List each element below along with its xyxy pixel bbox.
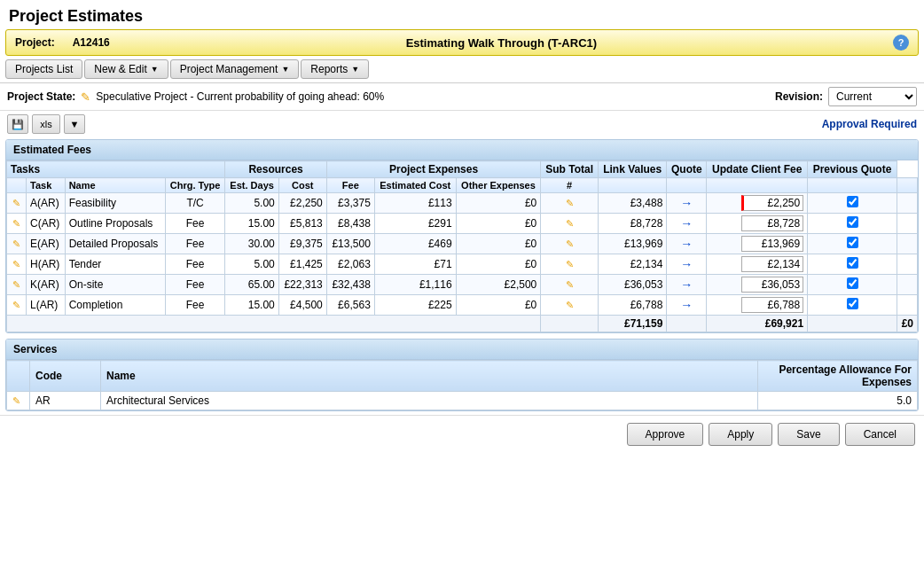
reports-button[interactable]: Reports	[301, 59, 369, 79]
svc-pct-col: Percentage Allowance For Expenses	[758, 361, 918, 392]
total-update	[808, 316, 897, 332]
link-arrow-btn[interactable]: →	[680, 196, 693, 210]
row-task: L(AR)	[27, 295, 66, 316]
row-edit-icon[interactable]: ✎	[7, 295, 27, 316]
link-values-col	[667, 178, 707, 193]
quote-input[interactable]	[741, 236, 803, 252]
row-est-days: 15.00	[225, 214, 278, 234]
row-link-values[interactable]: →	[667, 254, 707, 275]
state-label: Project State:	[7, 90, 75, 103]
row-link-values[interactable]: →	[667, 234, 707, 254]
project-management-button[interactable]: Project Management	[170, 59, 300, 79]
row-subtotal: £13,969	[599, 234, 667, 254]
row-edit-icon2[interactable]: ✎	[541, 275, 599, 295]
est-days-col: Est. Days	[225, 178, 278, 193]
revision-select[interactable]: Current	[828, 87, 917, 106]
resources-header: Resources	[225, 161, 326, 178]
update-fee-col	[808, 178, 897, 193]
row-est-days: 15.00	[225, 295, 278, 316]
new-edit-button[interactable]: New & Edit	[84, 59, 168, 79]
row-edit-icon[interactable]: ✎	[7, 275, 27, 295]
approve-button[interactable]: Approve	[627, 423, 704, 446]
save-xls-button[interactable]: 💾	[7, 114, 28, 134]
total-empty	[541, 316, 599, 332]
row-other-exp: £0	[456, 214, 541, 234]
row-edit-icon[interactable]: ✎	[7, 193, 27, 214]
row-edit-icon[interactable]: ✎	[7, 234, 27, 254]
row-name: On-site	[65, 275, 165, 295]
approval-required: Approval Required	[822, 118, 917, 130]
update-fee-checkbox[interactable]	[847, 257, 858, 269]
projects-list-button[interactable]: Projects List	[5, 59, 82, 79]
svc-name: Architectural Services	[101, 392, 758, 410]
row-est-cost: £469	[374, 234, 456, 254]
svc-edit-icon[interactable]: ✎	[7, 392, 30, 410]
row-est-cost: £1,116	[374, 275, 456, 295]
quote-input[interactable]	[741, 215, 803, 231]
link-arrow-btn[interactable]: →	[680, 237, 693, 251]
row-cost: £2,250	[278, 193, 326, 214]
row-edit-icon[interactable]: ✎	[7, 254, 27, 275]
row-quote-cell	[707, 234, 808, 254]
row-update-fee	[808, 275, 897, 295]
row-chrg-type: Fee	[165, 214, 225, 234]
row-cost: £1,425	[278, 254, 326, 275]
row-edit-icon[interactable]: ✎	[7, 214, 27, 234]
row-subtotal: £8,728	[599, 214, 667, 234]
project-name: Estimating Walk Through (T-ARC1)	[128, 36, 875, 50]
quote-input[interactable]	[741, 195, 803, 211]
quote-input[interactable]	[741, 277, 803, 293]
project-bar: Project: A12416 Estimating Walk Through …	[5, 29, 919, 56]
row-edit-icon2[interactable]: ✎	[541, 214, 599, 234]
dropdown-arrow-btn[interactable]: ▼	[64, 114, 85, 134]
row-name: Detailed Proposals	[65, 234, 165, 254]
update-fee-checkbox[interactable]	[847, 196, 858, 207]
project-expenses-header: Project Expenses	[326, 161, 540, 178]
row-link-values[interactable]: →	[667, 295, 707, 316]
quote-input[interactable]	[741, 297, 803, 313]
state-right: Revision: Current	[775, 87, 917, 106]
row-est-cost: £113	[374, 193, 456, 214]
row-est-days: 65.00	[225, 275, 278, 295]
footer-buttons: Approve Apply Save Cancel	[0, 415, 924, 453]
cancel-button[interactable]: Cancel	[845, 423, 915, 446]
services-header: Services	[6, 340, 918, 360]
row-edit-icon2[interactable]: ✎	[541, 193, 599, 214]
row-link-values[interactable]: →	[667, 214, 707, 234]
link-arrow-btn[interactable]: →	[680, 298, 693, 312]
update-fee-checkbox[interactable]	[847, 216, 858, 228]
row-link-values[interactable]: →	[667, 275, 707, 295]
row-task: A(AR)	[27, 193, 66, 214]
link-arrow-btn[interactable]: →	[680, 216, 693, 230]
link-values-col-header: Link Values	[599, 161, 667, 178]
row-edit-icon2[interactable]: ✎	[541, 295, 599, 316]
row-name: Completion	[65, 295, 165, 316]
other-expenses-col: Other Expenses	[456, 178, 541, 193]
row-other-exp: £0	[456, 193, 541, 214]
row-quote-cell	[707, 275, 808, 295]
row-edit-icon2[interactable]: ✎	[541, 254, 599, 275]
help-icon[interactable]: ?	[893, 35, 909, 51]
update-fee-checkbox[interactable]	[847, 298, 858, 309]
link-arrow-btn[interactable]: →	[680, 277, 693, 292]
xls-button[interactable]: xls	[32, 114, 60, 134]
row-quote-cell	[707, 295, 808, 316]
link-arrow-btn[interactable]: →	[680, 257, 693, 271]
state-icon: ✎	[81, 90, 90, 104]
svc-pct: 5.0	[758, 392, 918, 410]
total-link	[667, 316, 707, 332]
fee-col: Fee	[326, 178, 374, 193]
quote-input[interactable]	[741, 256, 803, 272]
row-link-values[interactable]: →	[667, 193, 707, 214]
project-id: A12416	[73, 36, 110, 49]
row-prev-quote	[897, 193, 917, 214]
quote-col	[707, 178, 808, 193]
save-button[interactable]: Save	[778, 423, 839, 446]
project-label: Project:	[15, 36, 55, 49]
table-row: ✎ A(AR) Feasibility T/C 5.00 £2,250 £3,3…	[7, 193, 918, 214]
row-fee: £8,438	[326, 214, 374, 234]
row-edit-icon2[interactable]: ✎	[541, 234, 599, 254]
update-fee-checkbox[interactable]	[847, 277, 858, 289]
apply-button[interactable]: Apply	[709, 423, 772, 446]
update-fee-checkbox[interactable]	[847, 237, 858, 248]
